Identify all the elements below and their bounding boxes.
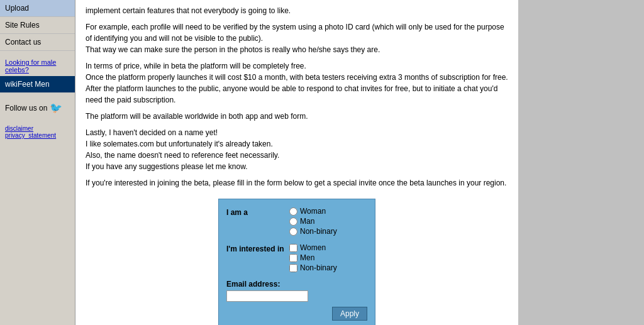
gender-woman-label: Woman [300, 207, 326, 216]
email-label: Email address: [226, 280, 367, 289]
gender-man-radio[interactable] [289, 218, 297, 226]
gender-label: I am a [226, 207, 289, 217]
interest-men-label: Men [300, 253, 314, 262]
interest-women-checkbox[interactable] [289, 244, 297, 252]
sidebar-follow: Follow us on 🐦 [0, 98, 75, 118]
interest-men-checkbox[interactable] [289, 254, 297, 262]
sidebar: Upload Site Rules Contact us Looking for… [0, 0, 75, 325]
gender-nonbinary-label: Non-binary [300, 227, 337, 236]
apply-row: Apply [226, 307, 367, 321]
gender-woman-radio[interactable] [289, 207, 297, 216]
interest-section: I'm interested in Women Men Non-binary [226, 243, 367, 272]
content-paragraphs: implement certain features that not ever… [86, 5, 508, 189]
para-5: Lastly, I haven't decided on a name yet!… [86, 127, 508, 172]
interest-nonbinary-label: Non-binary [300, 263, 337, 272]
gender-nonbinary-radio[interactable] [289, 228, 297, 236]
sidebar-item-site-rules[interactable]: Site Rules [0, 17, 75, 34]
sidebar-links: disclaimer privacy_statement [0, 123, 75, 141]
interest-nonbinary[interactable]: Non-binary [289, 263, 337, 272]
para-1: implement certain features that not ever… [86, 5, 508, 16]
sidebar-item-wikifeet-men[interactable]: wikiFeet Men [0, 76, 75, 93]
para-6: If you're interested in joining the beta… [86, 177, 508, 189]
disclaimer-link[interactable]: disclaimer [5, 125, 70, 132]
gender-nonbinary[interactable]: Non-binary [289, 227, 337, 236]
apply-button[interactable]: Apply [332, 307, 367, 321]
gender-section: I am a Woman Man Non-binary [226, 207, 367, 236]
twitter-icon[interactable]: 🐦 [50, 102, 62, 114]
interest-options: Women Men Non-binary [289, 243, 337, 272]
para-4: The platform will be available worldwide… [86, 111, 508, 122]
right-panel [518, 0, 644, 325]
sidebar-item-contact-us[interactable]: Contact us [0, 34, 75, 51]
gender-man[interactable]: Man [289, 217, 337, 226]
interest-men[interactable]: Men [289, 253, 337, 262]
interest-nonbinary-checkbox[interactable] [289, 264, 297, 272]
privacy-link[interactable]: privacy_statement [5, 132, 70, 139]
interest-label: I'm interested in [226, 243, 289, 253]
sidebar-looking-label: Looking for male celebs? [0, 56, 75, 76]
para-3: In terms of price, while in beta the pla… [86, 60, 508, 106]
gender-man-label: Man [300, 217, 314, 226]
main-content: implement certain features that not ever… [75, 0, 518, 325]
interest-women-label: Women [300, 243, 326, 252]
gender-options: Woman Man Non-binary [289, 207, 337, 236]
follow-text: Follow us on [5, 104, 47, 113]
email-section: Email address: [226, 280, 367, 302]
gender-woman[interactable]: Woman [289, 207, 337, 216]
interest-women[interactable]: Women [289, 243, 337, 252]
sidebar-item-upload[interactable]: Upload [0, 0, 75, 17]
email-input[interactable] [226, 290, 308, 302]
signup-form: I am a Woman Man Non-binary I'm interest… [218, 199, 375, 325]
para-2: For example, each profile will need to b… [86, 21, 508, 55]
